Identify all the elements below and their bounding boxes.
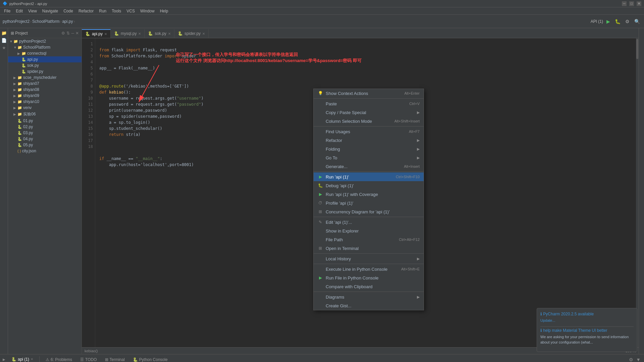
tree-item-shiyan06[interactable]: ▶ 📁 实验06 <box>8 111 82 118</box>
structure-icon[interactable]: 📄 <box>1 37 7 44</box>
bottom-tab-todo[interactable]: ☰ TODO <box>77 356 100 362</box>
ctx-show-context-actions[interactable]: 💡 Show Context Actions Alt+Enter <box>314 89 424 98</box>
tree-item-cityjson[interactable]: { } city.json <box>8 148 82 154</box>
ctx-create-gist[interactable]: Create Gist... <box>314 301 424 310</box>
ctx-compare-clipboard[interactable]: Compare with Clipboard <box>314 282 424 291</box>
ctx-copy-paste-special[interactable]: Copy / Paste Special ▶ <box>314 108 424 117</box>
tree-item-scse[interactable]: ▶ 📁 scse_myscheduler <box>8 74 82 81</box>
bottom-tab-run[interactable]: 🐍 api (1) ✕ <box>8 356 37 362</box>
bottom-panel: ▶ 🐍 api (1) ✕ ⚠ 6: Problems ☰ TODO ⊞ Ter… <box>0 354 644 362</box>
app-icon: 🔷 <box>3 1 7 6</box>
menu-item-view[interactable]: View <box>25 8 40 14</box>
menu-item-file[interactable]: File <box>1 8 13 14</box>
tab-sok-close[interactable]: ✕ <box>168 32 171 36</box>
menu-item-window[interactable]: Window <box>138 8 157 14</box>
tree-item-schoolplatform[interactable]: ▼ 📁 SchoolPlatform <box>8 44 82 50</box>
tab-sok[interactable]: 🐍 sok.py ✕ <box>145 29 174 38</box>
menu-item-edit[interactable]: Edit <box>13 8 25 14</box>
ctx-goto[interactable]: Go To ▶ <box>314 153 424 162</box>
menu-item-refactor[interactable]: Refactor <box>76 8 96 14</box>
bottom-tab-python-console[interactable]: 🐍 Python Console <box>129 356 171 362</box>
tree-item-01py[interactable]: 🐍 01.py <box>8 118 82 124</box>
tree-item-venv[interactable]: ▶ 📁 venv <box>8 105 82 111</box>
ctx-profile[interactable]: ⏱ Profile 'api (1)' <box>314 199 424 207</box>
panel-close-btn[interactable]: ✕ <box>75 31 79 36</box>
tab-mysql-close[interactable]: ✕ <box>138 32 141 36</box>
tree-item-shiyan09[interactable]: ▶ 📁 shiyan09 <box>8 93 82 99</box>
debug-button[interactable]: 🐛 <box>613 18 622 25</box>
ctx-open-terminal[interactable]: ⊞ Open in Terminal <box>314 244 424 253</box>
tree-item-05py[interactable]: 🐍 05.py <box>8 142 82 148</box>
tree-item-04py[interactable]: 🐍 04.py <box>8 136 82 142</box>
menu-item-tools[interactable]: Tools <box>109 8 124 14</box>
tree-item-shiyan07[interactable]: ▶ 📁 shiyan07 <box>8 81 82 87</box>
notif-material-theme: ℹ help make Material Theme UI better We … <box>540 328 634 345</box>
menu-item-navigate[interactable]: Navigate <box>40 8 61 14</box>
ctx-column-selection[interactable]: Column Selection Mode Alt+Shift+Insert <box>314 117 424 125</box>
ctx-run-coverage[interactable]: ▶ Run 'api (1)' with Coverage <box>314 190 424 199</box>
ctx-run-api[interactable]: ▶ Run 'api (1)' Ctrl+Shift+F10 <box>314 172 424 181</box>
menu-item-vcs[interactable]: VCS <box>124 8 138 14</box>
ctx-folding[interactable]: Folding ▶ <box>314 145 424 153</box>
ctx-paste[interactable]: Paste Ctrl+V <box>314 99 424 108</box>
menu-item-code[interactable]: Code <box>61 8 76 14</box>
ctx-edit-api[interactable]: ✎ Edit 'api (1)'... <box>314 218 424 226</box>
menu-item-run[interactable]: Run <box>96 8 109 14</box>
maximize-button[interactable]: □ <box>629 1 634 6</box>
python-icon: 🐍 <box>133 357 138 362</box>
bottom-tab-problems[interactable]: ⚠ 6: Problems <box>42 356 75 362</box>
ctx-file-path[interactable]: File Path Ctrl+Alt+F12 <box>314 235 424 244</box>
breadcrumb-project[interactable]: pythonProject2 <box>3 19 30 24</box>
connect-arrow: ▶ <box>17 52 21 55</box>
run-button[interactable]: ▶ <box>605 18 611 25</box>
tab-spider-close[interactable]: ✕ <box>202 32 205 36</box>
notif-pycharm-title: ℹ PyCharm 2020.2.5 available <box>540 312 634 316</box>
project-icon[interactable]: 📁 <box>1 30 7 36</box>
ctx-exec-line[interactable]: Execute Line in Python Console Alt+Shift… <box>314 265 424 273</box>
tree-item-spider[interactable]: 🐍 spider.py <box>8 68 82 74</box>
tab-api-close[interactable]: ✕ <box>104 32 107 36</box>
bottom-hide-btn[interactable]: ▼ <box>635 356 641 362</box>
run-tab-close[interactable]: ✕ <box>31 357 33 361</box>
tree-item-shiyan08[interactable]: ▶ 📁 shiyan08 <box>8 87 82 93</box>
bottom-tab-terminal[interactable]: ⊞ Terminal <box>102 356 128 362</box>
settings-button[interactable]: ⚙ <box>624 18 631 25</box>
panel-sort-btn[interactable]: ⇅ <box>66 31 70 36</box>
breadcrumb-file[interactable]: api.py <box>62 19 73 24</box>
tree-item-03py[interactable]: 🐍 03.py <box>8 130 82 136</box>
minimize-button[interactable]: ─ <box>622 1 627 6</box>
ctx-generate[interactable]: Generate... Alt+Insert <box>314 162 424 171</box>
right-scrollbar[interactable] <box>636 38 639 347</box>
ctx-run-file-python[interactable]: ▶ Run File in Python Console <box>314 273 424 282</box>
tab-spider[interactable]: 🐍 spider.py ✕ <box>174 29 209 38</box>
run-icon-tab: ▶ <box>3 358 5 361</box>
panel-collapse-btn[interactable]: ─ <box>71 31 74 36</box>
bottom-settings-btn[interactable]: ⚙ <box>628 356 634 362</box>
ctx-refactor[interactable]: Refactor ▶ <box>314 136 424 145</box>
ctx-show-explorer[interactable]: Show in Explorer <box>314 226 424 235</box>
ctx-local-history[interactable]: Local History ▶ <box>314 254 424 263</box>
tab-mysql[interactable]: 🐍 mysql.py ✕ <box>111 29 145 38</box>
favorites-icon[interactable]: ★ <box>1 44 7 51</box>
notif-update-link[interactable]: Update... <box>540 318 555 322</box>
tree-item-02py[interactable]: 🐍 02.py <box>8 124 82 130</box>
side-icons: 📁 📄 ★ <box>0 28 8 354</box>
ctx-diagrams[interactable]: Diagrams ▶ <box>314 293 424 301</box>
close-button[interactable]: ✕ <box>637 1 641 6</box>
panel-settings-btn[interactable]: ⚙ <box>61 31 65 36</box>
ctx-find-usages[interactable]: Find Usages Alt+F7 <box>314 127 424 136</box>
ctx-debug-api[interactable]: 🐛 Debug 'api (1)' <box>314 181 424 190</box>
tree-item-shiyan10[interactable]: ▶ 📁 shiyan10 <box>8 99 82 105</box>
ctx-cc-icon <box>318 284 323 289</box>
ctx-concurrency[interactable]: ⊞ Concurrency Diagram for 'api (1)' <box>314 207 424 216</box>
city-json-icon: { } <box>17 149 21 153</box>
tab-api[interactable]: 🐍 api.py ✕ <box>82 29 111 38</box>
ctx-left-fold: Folding <box>318 146 340 152</box>
tree-item-root[interactable]: ▼ 📁 pythonProject2 <box>8 38 82 44</box>
breadcrumb-folder[interactable]: SchoolPlatform <box>32 19 59 24</box>
menu-item-help[interactable]: Help <box>157 8 171 14</box>
search-button[interactable]: 🔍 <box>633 18 641 25</box>
tree-item-connectsql[interactable]: ▶ 📁 connectsql <box>8 50 82 56</box>
tree-item-api[interactable]: 🐍 api.py <box>8 56 82 62</box>
tree-item-sok[interactable]: 🐍 sok.py <box>8 62 82 68</box>
